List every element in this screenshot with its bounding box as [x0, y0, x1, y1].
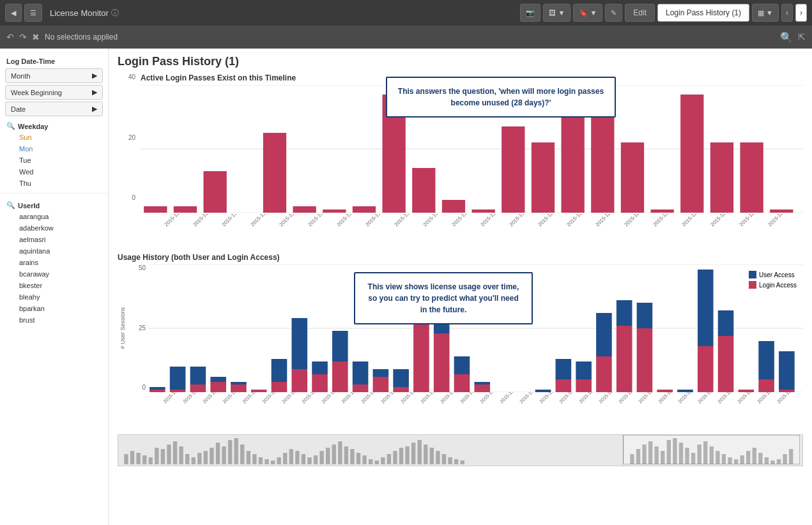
userid-search-icon: 🔍 — [6, 201, 15, 209]
svg-rect-83 — [474, 382, 490, 384]
svg-rect-93 — [576, 361, 592, 379]
svg-rect-147 — [130, 451, 134, 464]
expand-icon[interactable]: ⇱ — [798, 32, 806, 42]
svg-text:2015-12-04: 2015-12-04 — [624, 214, 647, 227]
user-bkester[interactable]: bkester — [0, 280, 108, 291]
svg-rect-97 — [617, 300, 632, 326]
chart2-xaxis-svg: 2015-11-07 2015-11-09 2015-11-10 2015-11… — [148, 392, 803, 424]
svg-text:2015-11-28: 2015-11-28 — [519, 392, 540, 404]
user-adaberkow[interactable]: adaberkow — [0, 222, 108, 234]
user-aquintana[interactable]: aquintana — [0, 245, 108, 257]
edit-button[interactable]: Edit — [625, 4, 655, 22]
user-arains[interactable]: arains — [0, 257, 108, 268]
svg-rect-177 — [314, 455, 318, 464]
svg-rect-163 — [228, 440, 232, 464]
sel-clear-icon[interactable]: ✖ — [32, 32, 40, 42]
camera-button[interactable]: 📷 — [520, 4, 540, 22]
layout-button[interactable]: ▦ ▼ — [752, 4, 779, 22]
weekday-tue[interactable]: Tue — [0, 155, 108, 166]
svg-text:2015-12-07: 2015-12-07 — [681, 214, 704, 227]
sidebar-divider — [0, 193, 108, 194]
svg-rect-92 — [576, 379, 592, 392]
sel-fwd-icon[interactable]: ↷ — [19, 32, 27, 42]
monitor-button[interactable]: 🖼 ▼ — [543, 4, 571, 22]
list-button[interactable]: ☰ — [24, 4, 42, 22]
svg-text:2015-11-24: 2015-11-24 — [440, 392, 461, 404]
svg-rect-90 — [556, 379, 572, 392]
svg-rect-164 — [234, 438, 238, 464]
user-bparkan[interactable]: bparkan — [0, 303, 108, 314]
user-bleahy[interactable]: bleahy — [0, 291, 108, 303]
svg-rect-171 — [277, 457, 280, 464]
svg-rect-158 — [197, 453, 201, 464]
svg-rect-10 — [353, 206, 376, 213]
legend-login-label: Login Access — [759, 282, 797, 289]
svg-text:2015-11-22: 2015-11-22 — [365, 214, 388, 227]
svg-text:2015-11-18: 2015-11-18 — [321, 392, 342, 404]
legend-login-color — [749, 281, 756, 289]
svg-rect-104 — [698, 346, 714, 392]
next-button[interactable]: › — [795, 4, 807, 22]
svg-rect-198 — [442, 454, 446, 464]
search-icon[interactable]: 🔍 — [780, 31, 793, 43]
svg-text:2015-12-07: 2015-12-07 — [697, 392, 718, 404]
svg-rect-9 — [323, 209, 346, 213]
svg-rect-51 — [149, 387, 165, 390]
prev-button[interactable]: ‹ — [781, 4, 793, 22]
user-aarangua[interactable]: aarangua — [0, 211, 108, 222]
filter-date[interactable]: Date ▶ — [5, 102, 103, 116]
svg-rect-82 — [474, 384, 490, 392]
bookmark-button[interactable]: 🔖 ▼ — [573, 4, 602, 22]
weekday-sun[interactable]: Sun — [0, 132, 108, 143]
svg-rect-178 — [319, 451, 323, 464]
svg-rect-69 — [332, 331, 348, 361]
tab-button[interactable]: Login Pass History (1) — [657, 4, 749, 22]
weekday-thu[interactable]: Thu — [0, 178, 108, 189]
weekday-mon[interactable]: Mon — [0, 143, 108, 155]
selection-bar: ↶ ↷ ✖ No selections applied 🔍 ⇱ — [0, 26, 812, 49]
svg-rect-107 — [718, 310, 734, 336]
user-brust[interactable]: brust — [0, 314, 108, 326]
sel-back-icon[interactable]: ↶ — [6, 32, 14, 42]
svg-rect-4 — [174, 206, 197, 213]
svg-rect-183 — [350, 449, 354, 464]
svg-text:2015-12-03: 2015-12-03 — [618, 392, 639, 404]
mini-map[interactable] — [118, 434, 803, 466]
svg-rect-174 — [295, 451, 299, 464]
weekday-label: Weekday — [18, 123, 49, 130]
content-area: Login Pass History (1) 40 20 0 Active Lo… — [109, 49, 812, 525]
svg-rect-150 — [149, 457, 153, 464]
back-button[interactable]: ◀ — [5, 4, 22, 22]
svg-text:2015-11-09: 2015-11-09 — [182, 392, 203, 404]
weekday-wed[interactable]: Wed — [0, 166, 108, 178]
pencil-button[interactable]: ✎ — [605, 4, 622, 22]
svg-rect-21 — [680, 95, 703, 213]
svg-rect-153 — [167, 445, 171, 464]
svg-rect-56 — [210, 382, 226, 392]
svg-text:2015-11-30: 2015-11-30 — [558, 392, 579, 404]
sidebar: Log Date-Time Month ▶ Week Beginning ▶ D… — [0, 49, 109, 525]
user-bcaraway[interactable]: bcaraway — [0, 268, 108, 280]
svg-rect-155 — [179, 446, 183, 464]
legend-user-label: User Access — [759, 271, 795, 278]
svg-rect-67 — [312, 361, 328, 374]
svg-text:2015-11-19: 2015-11-19 — [279, 214, 302, 227]
weekday-search-icon: 🔍 — [6, 122, 15, 130]
svg-rect-73 — [373, 369, 389, 377]
filter-month[interactable]: Month ▶ — [5, 68, 103, 83]
user-aelmasri[interactable]: aelmasri — [0, 234, 108, 245]
svg-text:2015-11-25: 2015-11-25 — [451, 214, 474, 227]
mini-map-svg — [121, 435, 800, 464]
svg-rect-151 — [155, 448, 158, 464]
chart2-y50: 50 — [139, 264, 146, 271]
svg-rect-75 — [393, 369, 409, 387]
svg-text:2015-12-08: 2015-12-08 — [717, 392, 738, 404]
svg-rect-96 — [617, 326, 632, 392]
svg-text:2015-12-10: 2015-12-10 — [756, 392, 778, 404]
svg-rect-18 — [591, 107, 614, 213]
svg-rect-200 — [454, 459, 458, 464]
filter-week-beginning[interactable]: Week Beginning ▶ — [5, 85, 103, 100]
svg-rect-98 — [637, 328, 653, 392]
svg-text:2015-12-10: 2015-12-10 — [739, 214, 762, 227]
userid-label: UserId — [18, 202, 40, 209]
